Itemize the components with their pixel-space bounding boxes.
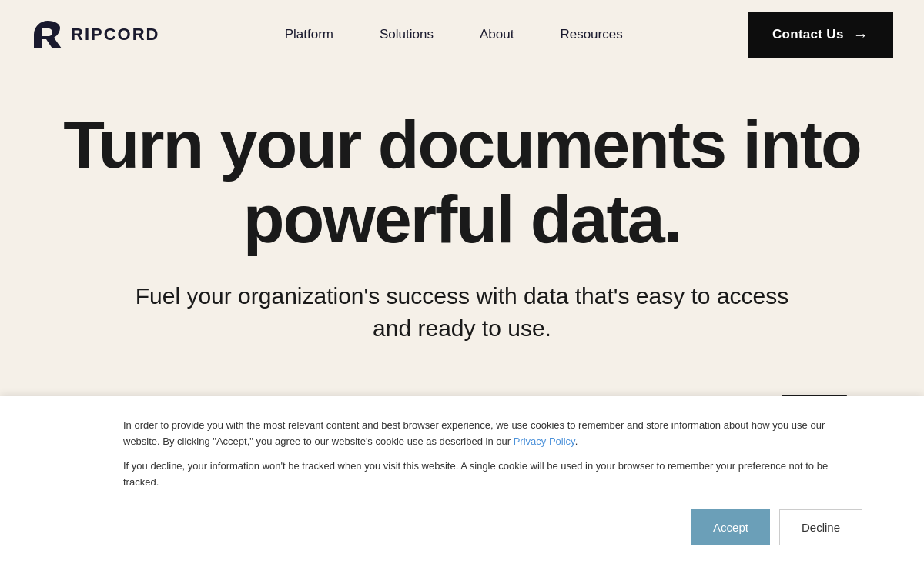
- contact-arrow-icon: →: [853, 26, 869, 44]
- nav-item-resources[interactable]: Resources: [560, 27, 622, 42]
- hero-title: Turn your documents into powerful data.: [31, 108, 893, 257]
- cookie-text-2: If you decline, your information won't b…: [123, 459, 862, 491]
- nav-item-about[interactable]: About: [480, 27, 514, 42]
- nav-item-platform[interactable]: Platform: [285, 27, 333, 42]
- nav-item-solutions[interactable]: Solutions: [380, 27, 434, 42]
- cookie-text-1: In order to provide you with the most re…: [123, 418, 862, 450]
- cookie-banner: In order to provide you with the most re…: [0, 396, 924, 567]
- hero-section: Turn your documents into powerful data. …: [0, 69, 924, 391]
- privacy-policy-link[interactable]: Privacy Policy: [514, 435, 575, 447]
- hero-subtitle: Fuel your organization's success with da…: [116, 280, 808, 345]
- accept-button[interactable]: Accept: [691, 509, 770, 545]
- contact-label: Contact Us: [772, 27, 844, 42]
- cookie-buttons: Accept Decline: [123, 509, 862, 545]
- decline-button[interactable]: Decline: [779, 509, 862, 545]
- contact-us-button[interactable]: Contact Us →: [748, 12, 893, 58]
- logo[interactable]: RIPCORD: [31, 18, 159, 52]
- navbar: RIPCORD Platform Solutions About Resourc…: [0, 0, 924, 69]
- nav-links: Platform Solutions About Resources: [285, 27, 623, 42]
- logo-text: RIPCORD: [71, 25, 159, 45]
- logo-icon: [31, 18, 65, 52]
